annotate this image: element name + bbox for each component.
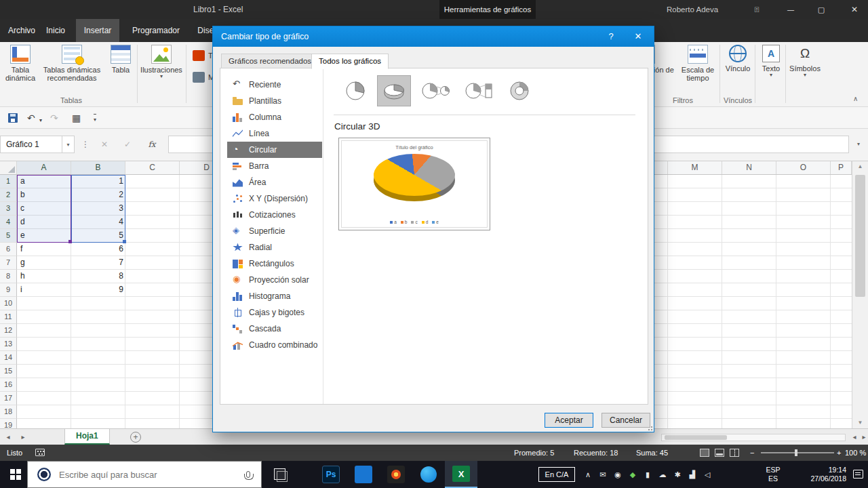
column-header[interactable]: B (71, 161, 125, 174)
resize-grip[interactable] (647, 425, 652, 430)
accept-button[interactable]: Aceptar (545, 413, 593, 428)
chart-category-circular[interactable]: Circular (227, 142, 322, 158)
cell-a3[interactable]: c (20, 202, 24, 215)
taskbar-app-camera[interactable] (380, 461, 412, 488)
new-sheet-icon[interactable] (130, 432, 141, 443)
zoom-slider-thumb[interactable] (795, 449, 797, 456)
text-button[interactable]: Texto (757, 45, 785, 78)
scroll-up-icon[interactable]: ▲ (852, 161, 868, 172)
chart-category-radial[interactable]: Radial (227, 239, 322, 256)
column-header[interactable]: M (668, 161, 722, 174)
chart-category-linea[interactable]: Línea (227, 125, 322, 142)
column-header[interactable]: N (722, 161, 776, 174)
language-indicator[interactable]: ESP ES (762, 466, 784, 483)
select-all-corner[interactable] (0, 161, 17, 174)
pivot-table-button[interactable]: Tabla dinámica (3, 45, 38, 82)
taskbar-app-photoshop[interactable]: Ps (315, 461, 347, 488)
start-button-icon[interactable] (10, 469, 15, 474)
chart-category-barra[interactable]: Barra (227, 158, 322, 174)
row-header[interactable]: 4 (0, 216, 17, 229)
close-icon[interactable] (841, 0, 868, 19)
scroll-right-icon[interactable]: ▸ (857, 429, 868, 445)
cancel-button[interactable]: Cancelar (601, 413, 650, 428)
symbols-button[interactable]: Símbolos (787, 45, 823, 78)
row-header[interactable]: 8 (0, 270, 17, 283)
settings-icon[interactable]: ✱ (670, 470, 685, 479)
cell-b4[interactable]: 4 (71, 216, 123, 228)
sheet-tab-hoja1[interactable]: Hoja1 (64, 429, 110, 445)
taskbar-app-blue[interactable] (347, 461, 380, 488)
customize-qat-icon[interactable] (94, 114, 96, 125)
cell-a9[interactable]: i (20, 283, 22, 296)
chart-category-cascada[interactable]: Cascada (227, 321, 322, 337)
row-header[interactable]: 13 (0, 338, 17, 351)
chart-category-proyeccion-solar[interactable]: Proyección solar (227, 272, 322, 288)
row-header[interactable]: 6 (0, 243, 17, 256)
zoom-out-icon[interactable] (750, 445, 754, 461)
chart-category-histograma[interactable]: Histograma (227, 288, 322, 304)
vertical-scrollbar[interactable]: ▲ ▼ (852, 161, 868, 428)
dialog-help-button[interactable]: ? (601, 26, 621, 47)
cell-a7[interactable]: g (20, 256, 25, 269)
chart-category-superficie[interactable]: Superficie (227, 223, 322, 239)
taskbar-search[interactable] (27, 461, 262, 488)
tab-todos-los-graficos[interactable]: Todos los gráficos (311, 54, 389, 69)
row-header[interactable]: 7 (0, 256, 17, 270)
ribbon-tab-insertar[interactable]: Insertar (76, 19, 119, 42)
cell-a2[interactable]: b (20, 188, 25, 201)
column-header[interactable]: A (17, 161, 71, 174)
mail-icon[interactable]: ✉ (595, 470, 610, 479)
cell-b5[interactable]: 5 (71, 229, 123, 242)
chart-preview[interactable]: Título del gráfico a b c d e (338, 138, 490, 230)
chart-category-xy-dispersion[interactable]: X Y (Dispersión) (227, 190, 322, 207)
previous-sheet-icon[interactable]: ◂ (1, 429, 15, 445)
cell-a5[interactable]: e (20, 229, 25, 242)
tab-graficos-recomendados[interactable]: Gráficos recomendados (221, 54, 319, 68)
subtype-bar-of-pie[interactable] (461, 75, 498, 106)
zoom-level[interactable]: 100 % (845, 445, 866, 461)
dialog-close-icon[interactable]: ✕ (627, 26, 650, 47)
clock[interactable]: 19:14 27/06/2018 (799, 466, 846, 483)
cell-a8[interactable]: h (20, 270, 25, 283)
cell-a6[interactable]: f (20, 243, 22, 256)
onedrive-icon[interactable]: ☁ (655, 470, 670, 479)
collapse-ribbon-icon[interactable] (853, 95, 858, 102)
chart-category-cotizaciones[interactable]: Cotizaciones (227, 207, 322, 223)
column-header[interactable]: P (831, 161, 852, 174)
row-header[interactable]: 14 (0, 351, 17, 365)
row-header[interactable]: 11 (0, 310, 17, 324)
chart-category-reciente[interactable]: Reciente (227, 77, 322, 93)
search-input[interactable] (58, 469, 246, 481)
illustrations-button[interactable]: Ilustraciones (140, 45, 183, 79)
chart-category-columna[interactable]: Columna (227, 109, 322, 125)
horizontal-scrollbar[interactable] (661, 434, 846, 441)
more-options-icon[interactable]: ⋮ (79, 136, 92, 153)
row-header[interactable]: 9 (0, 283, 17, 297)
page-layout-view-icon[interactable] (715, 449, 724, 457)
battery-icon[interactable]: ▮ (640, 470, 655, 479)
redo-button[interactable] (50, 113, 58, 123)
subtype-pie-2d[interactable] (340, 75, 370, 106)
chart-category-rectangulos[interactable]: Rectángulos (227, 256, 322, 272)
name-box-dropdown-icon[interactable] (62, 136, 75, 153)
keyboard-icon[interactable] (35, 449, 45, 456)
task-view-icon[interactable] (274, 468, 285, 480)
page-break-view-icon[interactable] (730, 449, 739, 457)
chart-category-plantillas[interactable]: Plantillas (227, 93, 322, 109)
cell-a1[interactable]: a (20, 175, 25, 188)
recommended-pivot-button[interactable]: Tablas dinámicas recomendadas (39, 45, 104, 82)
action-center-icon[interactable] (853, 470, 863, 479)
cell-b2[interactable]: 2 (71, 188, 123, 201)
row-header[interactable]: 5 (0, 229, 17, 243)
hidden-icons-chevron[interactable]: ∧ (580, 470, 595, 479)
subtype-pie-3d[interactable] (377, 75, 411, 106)
row-header[interactable]: 3 (0, 202, 17, 216)
cell-b3[interactable]: 3 (71, 202, 123, 215)
row-header[interactable]: 18 (0, 405, 17, 419)
cell-b6[interactable]: 6 (71, 243, 123, 256)
column-header[interactable]: O (776, 161, 831, 174)
undo-dropdown-icon[interactable] (39, 115, 42, 126)
ribbon-display-options-icon[interactable] (743, 0, 770, 19)
row-header[interactable]: 19 (0, 419, 17, 428)
name-box[interactable]: Gráfico 1 (0, 136, 62, 153)
